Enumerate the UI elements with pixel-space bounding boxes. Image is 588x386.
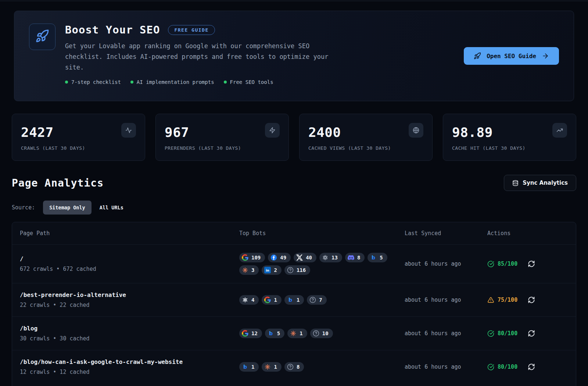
svg-text:b: b (372, 255, 375, 261)
bot-badge-bing: b1 (239, 362, 259, 372)
stat-card: 98.89 CACHE HIT (LAST 30 DAYS) (443, 114, 576, 161)
activity-icon (121, 123, 136, 138)
claude-icon (290, 330, 297, 337)
bot-badge-unknown: 116 (284, 265, 310, 275)
bot-count: 40 (306, 255, 312, 261)
page-path: /blog/how-can-i-ask-google-to-crawl-my-w… (20, 358, 239, 365)
bot-count: 4 (251, 297, 254, 303)
sync-analytics-label: Sync Analytics (523, 180, 568, 186)
bot-badge-claude: 1 (262, 362, 281, 372)
rocket-icon (474, 52, 481, 60)
rocket-icon (35, 29, 49, 45)
bot-count: 2 (274, 267, 277, 273)
free-guide-badge: FREE GUIDE (168, 25, 215, 35)
analytics-header: Page Analytics Sync Analytics (12, 175, 576, 191)
feature-item: AI implementation prompts (130, 79, 214, 85)
refresh-icon[interactable] (528, 330, 535, 337)
stats-cards: 2427 CRAWLS (LAST 30 DAYS) 967 PRERENDER… (12, 114, 576, 161)
bot-count: 3 (251, 267, 254, 273)
bullet-dot-icon (130, 81, 133, 84)
seo-score-value: 80/100 (498, 330, 517, 337)
banner-features: 7-step checklistAI implementation prompt… (65, 79, 464, 85)
bot-badge-unknown: 8 (284, 362, 304, 372)
top-divider (0, 0, 588, 1)
bot-count: 8 (297, 364, 300, 370)
source-option-sitemap-only[interactable]: Sitemap Only (43, 201, 92, 215)
bot-count: 1 (274, 364, 277, 370)
page-path-stats: 30 crawls • 30 cached (20, 335, 239, 342)
seo-score-value: 75/100 (498, 297, 517, 303)
bullet-dot-icon (224, 81, 227, 84)
open-seo-guide-button[interactable]: Open SEO Guide (464, 47, 559, 65)
actions-cell: 80/100 (487, 363, 576, 371)
source-row: Source: Sitemap OnlyAll URLs (12, 201, 576, 215)
rocket-icon-box (29, 24, 55, 50)
feature-item: Free SEO tools (224, 79, 273, 85)
column-header-top-bots: Top Bots (239, 230, 405, 237)
bot-badge-bing: b5 (265, 329, 284, 338)
stat-label: CRAWLS (LAST 30 DAYS) (21, 145, 136, 151)
page: Boost Your SEO FREE GUIDE Get your Lovab… (0, 0, 588, 386)
actions-cell: 75/100 (487, 296, 576, 304)
openai-icon (322, 254, 329, 261)
refresh-icon[interactable] (528, 296, 535, 304)
bot-badge-bing: b5 (368, 253, 387, 262)
stat-value: 967 (165, 126, 189, 139)
bot-count: 109 (251, 255, 261, 261)
column-header-page-path: Page Path (20, 230, 239, 237)
bot-badge-x: 40 (294, 253, 316, 262)
bot-badge-unknown: 7 (307, 295, 326, 305)
bot-badge-google: 109 (239, 253, 265, 262)
bot-badge-google: 12 (239, 329, 262, 338)
refresh-icon[interactable] (528, 363, 535, 371)
stat-card: 2427 CRAWLS (LAST 30 DAYS) (12, 114, 145, 161)
seo-score: 75/100 (487, 297, 517, 304)
bot-count: 7 (319, 297, 322, 303)
top-bots-cell: 12b5110 (239, 329, 405, 338)
stat-value: 2427 (21, 126, 54, 139)
claude-icon (242, 267, 248, 273)
analytics-table: Page Path Top Bots Last Synced Actions /… (12, 222, 576, 386)
bot-count: 116 (297, 267, 306, 273)
svg-text:b: b (288, 297, 292, 303)
bing-icon: b (268, 330, 274, 337)
warning-icon (487, 297, 494, 304)
bot-badge-google: 1 (262, 295, 281, 305)
feature-label: AI implementation prompts (137, 79, 214, 85)
check-circle-icon (487, 364, 494, 371)
page-path: /blog (20, 325, 239, 332)
zap-icon (265, 123, 280, 138)
stat-card: 967 PRERENDERS (LAST 30 DAYS) (155, 114, 289, 161)
google-icon (264, 297, 271, 303)
unknown-icon (313, 330, 319, 337)
feature-label: 7-step checklist (71, 79, 121, 85)
bot-count: 12 (251, 330, 258, 336)
page-analytics-title: Page Analytics (12, 177, 104, 189)
google-icon (242, 254, 248, 261)
trending-up-icon (552, 123, 567, 138)
bot-count: 1 (274, 297, 277, 303)
table-header: Page Path Top Bots Last Synced Actions (12, 222, 576, 244)
seo-score: 85/100 (487, 261, 517, 268)
unknown-icon (309, 297, 316, 303)
sync-analytics-button[interactable]: Sync Analytics (504, 175, 576, 191)
source-toggle: Sitemap OnlyAll URLs (43, 201, 123, 215)
seo-score-value: 85/100 (498, 261, 517, 267)
bot-badge-facebook: 49 (268, 253, 291, 262)
stat-value: 2400 (308, 126, 341, 139)
source-option-all-urls[interactable]: All URLs (100, 201, 123, 215)
actions-cell: 85/100 (487, 260, 576, 268)
svg-text:b: b (269, 330, 273, 336)
bot-count: 8 (357, 255, 360, 261)
banner-body: Boost Your SEO FREE GUIDE Get your Lovab… (65, 24, 464, 85)
page-path: /best-prerender-io-alternative (20, 291, 239, 298)
seo-score: 80/100 (487, 364, 517, 371)
refresh-icon[interactable] (528, 260, 535, 268)
table-row: /blog/how-can-i-ask-google-to-crawl-my-w… (12, 350, 576, 383)
google-icon (242, 330, 248, 337)
bot-count: 5 (277, 330, 280, 336)
page-path-stats: 672 crawls • 672 cached (20, 266, 239, 272)
stat-label: PRERENDERS (LAST 30 DAYS) (165, 145, 280, 151)
column-header-actions: Actions (487, 230, 576, 237)
discord-icon (348, 254, 354, 261)
